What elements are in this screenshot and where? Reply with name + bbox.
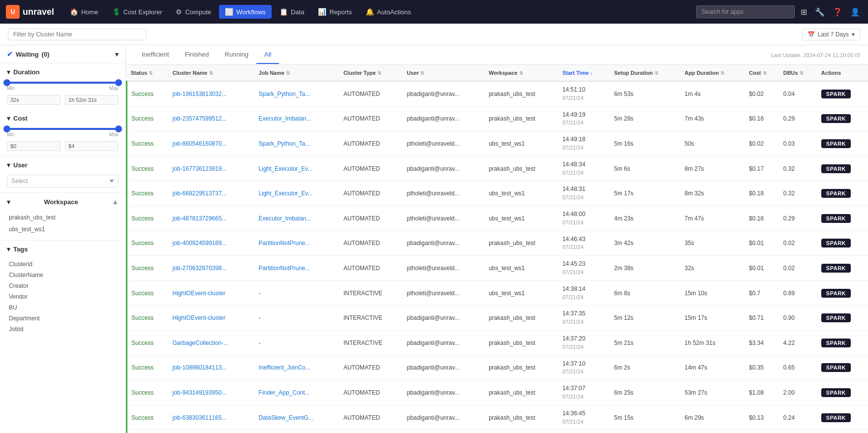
spark-button[interactable]: SPARK (821, 264, 851, 273)
cluster-link[interactable]: job-235747599512... (173, 115, 227, 122)
duration-title[interactable]: ▾ Duration (7, 68, 119, 76)
spark-button[interactable]: SPARK (821, 339, 851, 347)
job-link[interactable]: Light_Executor_Ev... (259, 165, 313, 172)
tag-clustername[interactable]: ClusterName (7, 270, 119, 280)
job-link[interactable]: PartitionNotPrune... (259, 265, 310, 272)
cluster-link[interactable]: job-108980184113... (173, 364, 227, 371)
tab-all[interactable]: All (256, 46, 279, 64)
col-dbus[interactable]: DBUs ⇅ (779, 65, 817, 81)
cluster-link[interactable]: job-270632870398... (173, 265, 227, 272)
col-job-name[interactable]: Job Name ⇅ (255, 65, 340, 81)
cost-slider-right-thumb[interactable] (115, 125, 122, 132)
cluster-link[interactable]: GarbageCollection-... (173, 340, 228, 346)
spark-button[interactable]: SPARK (821, 164, 851, 173)
job-link[interactable]: Executor_Imbalan... (259, 115, 311, 122)
spark-button[interactable]: SPARK (821, 214, 851, 223)
spark-button[interactable]: SPARK (821, 413, 851, 422)
cell-user: pbadiganti@unrav... (403, 380, 485, 405)
grid-icon[interactable]: ⊞ (799, 5, 809, 19)
tags-title[interactable]: ▾ Tags (7, 246, 119, 253)
help-icon[interactable]: ❓ (831, 5, 844, 19)
col-user[interactable]: User ⇅ (403, 65, 485, 81)
workspace-item-ubs[interactable]: ubs_test_ws1 (7, 223, 119, 235)
cluster-link[interactable]: job-487813729665... (173, 215, 227, 222)
duration-slider-left-thumb[interactable] (3, 79, 10, 86)
job-link[interactable]: DataSkew_EventG... (259, 414, 313, 421)
col-start-time[interactable]: Start Time ↓ (558, 65, 610, 81)
nav-compute[interactable]: ⚙ Compute (170, 5, 217, 19)
tool-icon[interactable]: 🔧 (813, 5, 827, 19)
cell-start: 14:48:3407/21/24 (558, 156, 610, 181)
duration-max-input[interactable] (65, 95, 119, 105)
cost-slider-left-thumb[interactable] (3, 125, 10, 132)
job-link[interactable]: Inefficient_JoinCo... (259, 364, 310, 371)
col-app-duration[interactable]: App Duration ⇅ (681, 65, 745, 81)
sidebar-waiting-header[interactable]: ✔ Waiting (0) ▾ (0, 45, 125, 63)
workspace-title[interactable]: ▾ Workspace ▲ (7, 198, 119, 206)
cluster-link[interactable]: HighIOEvent-cluster (173, 314, 225, 321)
cluster-link[interactable]: job-860546160870... (173, 140, 227, 147)
user-title[interactable]: ▾ User (7, 161, 119, 169)
table-row: Success job-167736123919... Light_Execut… (127, 156, 868, 181)
cluster-link[interactable]: job-638303611165... (173, 414, 227, 421)
workspace-item-prakash[interactable]: prakash_ubs_test (7, 212, 119, 223)
duration-slider-right-thumb[interactable] (115, 79, 122, 86)
nav-home[interactable]: 🏠 Home (64, 5, 104, 19)
tab-inefficient[interactable]: Inefficient (134, 46, 177, 64)
col-cluster-name[interactable]: Cluster Name ⇅ (169, 65, 255, 81)
nav-cost-explorer[interactable]: 💲 Cost Explorer (106, 5, 168, 19)
nav-workflows[interactable]: ⬜ Workflows (219, 5, 272, 19)
cost-min-input[interactable] (7, 141, 61, 151)
tag-vendor[interactable]: Vendor (7, 291, 119, 302)
job-link[interactable]: Executor_Imbalan... (259, 215, 311, 222)
tab-running[interactable]: Running (217, 46, 256, 64)
tag-clusterid[interactable]: ClusterId (7, 259, 119, 270)
user-select[interactable]: Select (7, 175, 119, 187)
cluster-link[interactable]: job-943149193950... (173, 389, 227, 396)
spark-button[interactable]: SPARK (821, 388, 851, 397)
job-link[interactable]: Spark_Python_Ta... (259, 91, 310, 97)
spark-button[interactable]: SPARK (821, 189, 851, 198)
spark-button[interactable]: SPARK (821, 313, 851, 322)
tag-jobid[interactable]: JobId (7, 324, 119, 335)
col-status[interactable]: Status ⇅ (127, 65, 169, 81)
cost-max-input[interactable] (65, 141, 119, 151)
nav-autoactions[interactable]: 🔔 AutoActions (360, 5, 417, 19)
col-setup-duration[interactable]: Setup Duration ⇅ (610, 65, 681, 81)
cell-appdur: 7m 47s (681, 206, 745, 231)
job-link[interactable]: Light_Executor_Ev... (259, 190, 313, 197)
tab-finished[interactable]: Finished (177, 46, 217, 64)
spark-button[interactable]: SPARK (821, 139, 851, 148)
date-range-button[interactable]: 📅 Last 7 Days ▾ (802, 29, 860, 40)
tag-department[interactable]: Department (7, 313, 119, 324)
spark-button[interactable]: SPARK (821, 90, 851, 98)
col-cluster-type[interactable]: Cluster Type ⇅ (340, 65, 403, 81)
cluster-link[interactable]: HighIOEvent-cluster (173, 290, 225, 297)
tag-creator[interactable]: Creator (7, 280, 119, 291)
cluster-link[interactable]: job-167736123919... (173, 165, 227, 172)
job-link[interactable]: Spark_Python_Ta... (259, 140, 310, 147)
col-workspace[interactable]: Workspace ⇅ (485, 65, 558, 81)
user-icon[interactable]: 👤 (848, 5, 862, 19)
cell-cluster: GarbageCollection-... (169, 330, 255, 355)
col-cost[interactable]: Cost ⇅ (745, 65, 779, 81)
workspace-collapse-button[interactable]: ▲ (112, 198, 119, 206)
cluster-link[interactable]: job-668229513737... (173, 190, 227, 197)
cluster-link[interactable]: job-196153813032... (173, 91, 227, 97)
cost-title[interactable]: ▾ Cost (7, 115, 119, 122)
status-badge: Success (131, 314, 154, 321)
spark-button[interactable]: SPARK (821, 363, 851, 372)
job-link[interactable]: Finder_App_Cont... (259, 389, 310, 396)
tag-bu[interactable]: BU (7, 302, 119, 313)
cluster-filter-input[interactable] (8, 29, 147, 40)
cell-dbus: 0.65 (779, 355, 817, 380)
spark-button[interactable]: SPARK (821, 289, 851, 298)
nav-reports[interactable]: 📊 Reports (312, 5, 358, 19)
search-input[interactable] (696, 5, 795, 18)
spark-button[interactable]: SPARK (821, 239, 851, 247)
cluster-link[interactable]: job-400924599189... (173, 240, 227, 247)
nav-data[interactable]: 📋 Data (274, 5, 310, 19)
job-link[interactable]: PartitionNotPrune... (259, 240, 310, 247)
spark-button[interactable]: SPARK (821, 114, 851, 123)
duration-min-input[interactable] (7, 95, 61, 105)
